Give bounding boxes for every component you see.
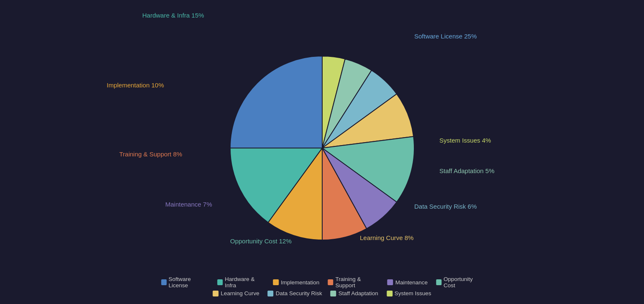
legend-color-swatch <box>328 279 333 285</box>
chart-label-training: Training & Support 8% <box>119 151 182 158</box>
chart-label-hardware: Hardware & Infra 15% <box>142 12 204 19</box>
legend-label: Training & Support <box>335 276 379 289</box>
legend-item-software-license: Software License <box>161 276 209 289</box>
chart-label-learning: Learning Curve 8% <box>360 234 413 241</box>
legend-label: Opportunity Cost <box>444 276 483 289</box>
legend-label: Staff Adaptation <box>339 290 378 296</box>
legend-item-opportunity-cost: Opportunity Cost <box>436 276 483 289</box>
chart-container: Software License 25%System Issues 4%Staf… <box>0 0 644 304</box>
pie-segment-software-license <box>230 56 322 148</box>
legend-item-learning-curve: Learning Curve <box>213 290 259 296</box>
chart-label-maintenance: Maintenance 7% <box>165 201 212 208</box>
legend-color-swatch <box>161 279 167 285</box>
legend-item-maintenance: Maintenance <box>387 279 428 286</box>
legend-item-system-issues: System Issues <box>387 290 431 296</box>
legend-color-swatch <box>331 291 336 296</box>
legend-color-swatch <box>387 279 393 285</box>
legend-label: Implementation <box>281 279 319 286</box>
chart-label-staff: Staff Adaptation 5% <box>439 167 495 174</box>
legend-label: System Issues <box>395 290 431 296</box>
legend-label: Learning Curve <box>221 290 259 296</box>
legend-color-swatch <box>387 291 393 296</box>
legend-color-swatch <box>273 279 279 285</box>
legend-label: Data Security Risk <box>276 290 322 296</box>
legend-item-hardware-&-infra: Hardware & Infra <box>217 276 264 289</box>
legend-color-swatch <box>436 279 441 285</box>
chart-label-system: System Issues 4% <box>439 137 491 144</box>
legend-color-swatch <box>213 291 218 296</box>
legend-item-training-&-support: Training & Support <box>328 276 379 289</box>
chart-label-implementation: Implementation 10% <box>107 82 164 89</box>
legend-item-data-security-risk: Data Security Risk <box>268 290 322 296</box>
chart-label-software: Software License 25% <box>414 33 477 40</box>
legend-label: Software License <box>169 276 209 289</box>
chart-label-data: Data Security Risk 6% <box>414 203 477 210</box>
legend-label: Hardware & Infra <box>225 276 264 289</box>
legend-color-swatch <box>268 291 274 296</box>
legend-item-staff-adaptation: Staff Adaptation <box>331 290 378 296</box>
legend-item-implementation: Implementation <box>273 279 319 286</box>
chart-label-opportunity: Opportunity Cost 12% <box>230 238 292 245</box>
legend-color-swatch <box>217 279 223 285</box>
pie-chart <box>218 43 427 253</box>
legend-label: Maintenance <box>395 279 428 286</box>
chart-legend: Software LicenseHardware & InfraImplemen… <box>161 276 483 296</box>
